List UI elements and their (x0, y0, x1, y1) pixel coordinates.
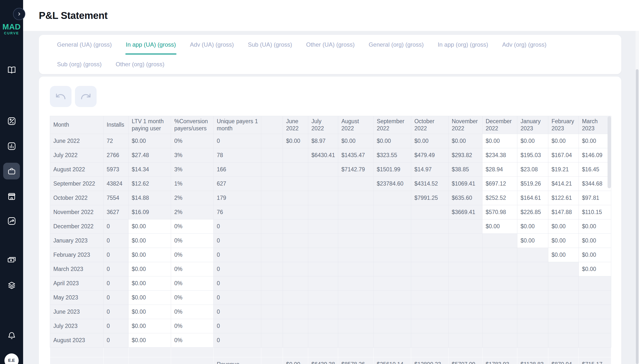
month-value-cell[interactable]: $167.04 (548, 148, 578, 162)
conversion-cell[interactable]: 0% (171, 290, 214, 305)
sidebar-item-notifications[interactable] (3, 327, 20, 344)
month-value-cell[interactable]: $252.52 (482, 191, 517, 205)
month-value-cell[interactable]: $97.81 (578, 191, 611, 205)
month-value-cell[interactable]: $226.85 (517, 205, 548, 220)
sidebar-item-pnl[interactable] (3, 163, 20, 180)
sidebar-expand-button[interactable] (13, 8, 25, 20)
tab-other-ua-gross[interactable]: Other (UA) (gross) (306, 35, 355, 54)
month-value-cell[interactable]: $0.00 (578, 262, 611, 276)
month-value-cell[interactable]: $0.00 (578, 234, 611, 248)
ltv-cell[interactable]: $0.00 (129, 305, 171, 319)
month-value-cell (283, 162, 308, 177)
month-value-cell[interactable]: $697.12 (482, 177, 517, 191)
month-value-cell (308, 319, 338, 333)
sidebar-item-docs[interactable] (3, 62, 20, 78)
page-scrollbar[interactable] (636, 69, 638, 364)
month-value-cell[interactable]: $19.21 (548, 162, 578, 177)
spacer-cell (308, 348, 338, 357)
ltv-cell[interactable]: $0.00 (129, 333, 171, 348)
ltv-cell[interactable]: $0.00 (129, 319, 171, 333)
month-value-cell[interactable]: $234.38 (482, 148, 517, 162)
table-vertical-scrollbar[interactable] (607, 116, 611, 188)
month-value-cell (308, 234, 338, 248)
tab-general-org-gross[interactable]: General (org) (gross) (369, 35, 424, 54)
month-value-cell[interactable]: $28.94 (482, 162, 517, 177)
month-value-cell (548, 290, 578, 305)
sidebar-item-integrations[interactable] (3, 277, 20, 294)
conversion-cell[interactable]: 0% (171, 319, 214, 333)
bar-chart-icon (7, 142, 16, 151)
conversion-cell[interactable]: 0% (171, 333, 214, 348)
month-value-cell: $0.00 (411, 134, 448, 148)
ltv-cell[interactable]: $0.00 (129, 290, 171, 305)
tab-general-ua-gross[interactable]: General (UA) (gross) (57, 35, 112, 54)
month-value-cell (578, 319, 611, 333)
month-value-cell[interactable]: $0.00 (578, 134, 611, 148)
gap-cell (261, 177, 283, 191)
user-avatar[interactable]: E.E (5, 354, 19, 364)
month-value-cell[interactable]: $147.88 (548, 205, 578, 220)
month-value-cell[interactable]: $0.00 (482, 134, 517, 148)
undo-button[interactable] (50, 86, 72, 107)
month-value-cell (373, 333, 411, 348)
tab-in-app-org-gross[interactable]: In app (org) (gross) (438, 35, 488, 54)
month-value-cell[interactable]: $122.61 (548, 191, 578, 205)
month-value-cell[interactable]: $0.00 (548, 134, 578, 148)
tab-adv-ua-gross[interactable]: Adv (UA) (gross) (190, 35, 234, 54)
sidebar-item-reports[interactable] (3, 138, 20, 154)
month-value-cell[interactable]: $0.00 (517, 134, 548, 148)
month-value-cell[interactable]: $0.00 (578, 248, 611, 262)
tab-adv-org-gross[interactable]: Adv (org) (gross) (502, 35, 546, 54)
revenue-value-cell: $12800.23 (411, 357, 448, 364)
ltv-cell[interactable]: $0.00 (129, 248, 171, 262)
redo-button[interactable] (75, 86, 97, 107)
conversion-cell[interactable]: 0% (171, 220, 214, 234)
spacer-cell (548, 348, 578, 357)
conversion-cell[interactable]: 0% (171, 276, 214, 290)
month-value-cell[interactable]: $16.45 (578, 162, 611, 177)
gap-cell (261, 276, 283, 290)
tab-sub-org-gross[interactable]: Sub (org) (gross) (57, 54, 102, 74)
month-value-cell[interactable]: $0.00 (548, 248, 578, 262)
installs-cell: 0 (103, 319, 129, 333)
conversion-cell[interactable]: 0% (171, 248, 214, 262)
month-value-cell[interactable]: $0.00 (578, 220, 611, 234)
month-value-cell (283, 191, 308, 205)
month-value-cell[interactable]: $0.00 (517, 234, 548, 248)
conversion-cell[interactable]: 0% (171, 262, 214, 276)
sidebar-item-payments[interactable] (3, 251, 20, 268)
month-value-cell[interactable]: $195.03 (517, 148, 548, 162)
cohort-row-june-2023: June 20230$0.000%0 (50, 305, 611, 319)
month-value-cell[interactable]: $0.00 (482, 220, 517, 234)
sidebar-item-trends[interactable] (3, 212, 20, 229)
sidebar-item-calculations[interactable] (3, 113, 20, 129)
sidebar-item-store[interactable] (3, 188, 20, 205)
month-value-cell[interactable]: $344.68 (578, 177, 611, 191)
ltv-cell[interactable]: $0.00 (129, 220, 171, 234)
conversion-cell[interactable]: 0% (171, 234, 214, 248)
ltv-cell: $14.88 (129, 191, 171, 205)
month-value-cell[interactable]: $0.00 (548, 234, 578, 248)
month-value-cell[interactable]: $570.98 (482, 205, 517, 220)
unique-payers-cell: 0 (214, 319, 261, 333)
spacer-row (50, 348, 611, 357)
month-value-cell (373, 205, 411, 220)
month-value-cell[interactable]: $146.09 (578, 148, 611, 162)
ltv-cell[interactable]: $0.00 (129, 234, 171, 248)
tab-other-org-gross[interactable]: Other (org) (gross) (116, 54, 164, 74)
month-value-cell[interactable]: $110.15 (578, 205, 611, 220)
revenue-value-cell: $0.00 (283, 357, 308, 364)
ltv-cell[interactable]: $0.00 (129, 276, 171, 290)
month-value-cell[interactable]: $23.08 (517, 162, 548, 177)
conversion-cell[interactable]: 0% (171, 305, 214, 319)
month-value-cell[interactable]: $519.26 (517, 177, 548, 191)
month-value-cell[interactable]: $414.21 (548, 177, 578, 191)
month-value-cell[interactable]: $0.00 (517, 220, 548, 234)
month-value-cell[interactable]: $0.00 (548, 220, 578, 234)
ltv-cell[interactable]: $0.00 (129, 262, 171, 276)
tab-sub-ua-gross[interactable]: Sub (UA) (gross) (248, 35, 292, 54)
month-value-cell[interactable]: $164.61 (517, 191, 548, 205)
month-value-cell (338, 234, 373, 248)
tab-in-app-ua-gross[interactable]: In app (UA) (gross) (126, 35, 176, 54)
month-label-cell: March 2023 (50, 262, 103, 276)
